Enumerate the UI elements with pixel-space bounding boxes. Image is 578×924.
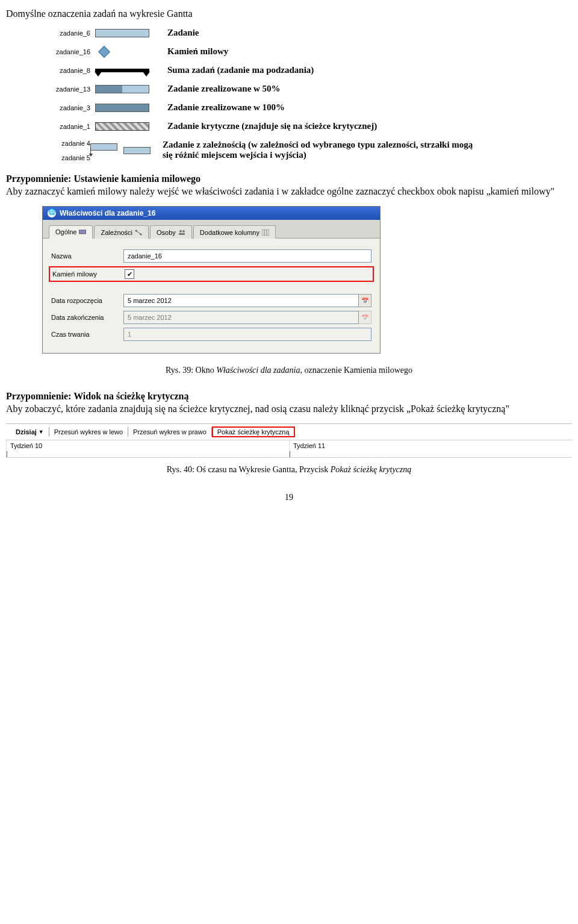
dependency-icon <box>90 140 151 154</box>
reminder-1-title: Przypomnienie: Ustawienie kamienia milow… <box>6 173 572 184</box>
legend-row-50pct: zadanie_13 Zadanie zrealizowane w 50% <box>30 84 572 94</box>
caption-suffix: , oznaczenie Kamienia milowego <box>300 366 412 375</box>
tab-label: Dodatkowe kolumny <box>200 229 259 236</box>
dropdown-icon: ▼ <box>39 429 44 435</box>
legend-desc: Kamień milowy <box>167 46 228 57</box>
legend-desc: Zadanie krytyczne (znajduje się na ścież… <box>167 121 377 131</box>
svg-rect-6 <box>179 233 185 235</box>
label-name: Nazwa <box>51 252 123 260</box>
svg-rect-7 <box>262 229 269 236</box>
caption-italic: Właściwości dla zadania <box>216 366 300 375</box>
today-label: Dzisiaj <box>16 428 37 435</box>
svg-rect-0 <box>79 230 86 234</box>
legend-desc: Zadanie z zależnością (w zależności od w… <box>163 140 476 160</box>
week-cell: Tydzień 11 <box>289 440 572 457</box>
row-milestone: Kamień milowy ✔ <box>49 266 374 282</box>
gantt-legend: zadanie_6 Zadanie zadanie_16 Kamień milo… <box>30 28 572 161</box>
svg-point-2 <box>135 229 137 231</box>
input-name[interactable]: zadanie_16 <box>123 249 371 263</box>
input-duration: 1 <box>123 328 371 341</box>
input-end-date: 5 marzec 2012 <box>123 311 359 324</box>
svg-point-5 <box>182 230 185 233</box>
people-icon <box>178 229 185 236</box>
input-start-date[interactable]: 5 marzec 2012 <box>123 294 359 307</box>
tab-people[interactable]: Osoby <box>150 225 192 239</box>
legend-row-100pct: zadanie_3 Zadanie zrealizowane w 100% <box>30 102 572 113</box>
label-milestone: Kamień milowy <box>52 270 125 278</box>
caption-italic: Pokaż ścieżkę krytyczną <box>331 465 412 474</box>
legend-label: zadanie 4 <box>30 140 95 147</box>
legend-row-summary: zadanie_8 Suma zadań (zadanie ma podzada… <box>30 65 572 75</box>
timeline-toolbar-screenshot: Dzisiaj ▼ Przesuń wykres w lewo Przesuń … <box>6 423 572 458</box>
general-icon <box>79 229 86 235</box>
svg-point-4 <box>179 230 182 233</box>
legend-label: zadanie_8 <box>30 67 95 74</box>
legend-label: zadanie 5 <box>30 154 95 161</box>
legend-desc: Zadanie zrealizowane w 100% <box>167 102 285 113</box>
shift-left-button[interactable]: Przesuń wykres w lewo <box>49 427 128 437</box>
timeline-header: Tydzień 10 Tydzień 11 <box>6 440 572 458</box>
timeline-toolbar: Dzisiaj ▼ Przesuń wykres w lewo Przesuń … <box>6 424 572 440</box>
reminder-1-text: Aby zaznaczyć kamień milowy należy wejść… <box>6 186 572 198</box>
legend-row-task: zadanie_6 Zadanie <box>30 28 572 38</box>
tab-columns[interactable]: Dodatkowe kolumny <box>193 225 276 239</box>
checkbox-milestone[interactable]: ✔ <box>125 269 134 279</box>
dialog-tabs: Ogólne Zależności Osoby Dodatkowe kolumn… <box>43 220 380 239</box>
label-end-date: Data zakończenia <box>51 314 123 321</box>
dialog-titlebar: Właściwości dla zadanie_16 <box>43 207 380 220</box>
today-button[interactable]: Dzisiaj ▼ <box>11 427 49 437</box>
legend-row-critical: zadanie_1 Zadanie krytyczne (znajduje si… <box>30 121 572 131</box>
dialog-body: Nazwa zadanie_16 Kamień milowy ✔ Data ro… <box>43 239 380 353</box>
tab-label: Ogólne <box>55 228 76 236</box>
milestone-icon <box>95 48 155 56</box>
label-duration: Czas trwania <box>51 331 123 338</box>
tab-dependencies[interactable]: Zależności <box>94 225 149 239</box>
page-number: 19 <box>6 493 572 502</box>
calendar-icon[interactable]: 📅 <box>359 294 371 307</box>
columns-icon <box>262 229 269 236</box>
legend-desc: Zadanie zrealizowane w 50% <box>167 84 281 94</box>
legend-desc: Zadanie <box>167 28 199 38</box>
half-bar-icon <box>95 85 155 93</box>
full-bar-icon <box>95 104 155 112</box>
row-end-date: Data zakończenia 5 marzec 2012 📅 <box>51 311 371 324</box>
figure-caption-40: Rys. 40: Oś czasu na Wykresie Gantta, Pr… <box>6 465 572 475</box>
label-start-date: Data rozpoczęcia <box>51 297 123 304</box>
shift-right-button[interactable]: Przesuń wykres w prawo <box>128 427 212 437</box>
tab-label: Osoby <box>157 229 176 236</box>
properties-dialog: Właściwości dla zadanie_16 Ogólne Zależn… <box>42 206 381 354</box>
reminder-2-text: Aby zobaczyć, które zadania znajdują się… <box>6 403 572 415</box>
trailing-toolbar <box>295 427 306 437</box>
page-heading: Domyślne oznaczenia zadań na wykresie Ga… <box>6 8 572 19</box>
links-icon <box>135 229 142 236</box>
app-icon <box>48 209 56 217</box>
row-start-date: Data rozpoczęcia 5 marzec 2012 📅 <box>51 294 371 307</box>
legend-row-dependency: zadanie 4 zadanie 5 Zadanie z zależności… <box>30 140 572 161</box>
row-name: Nazwa zadanie_16 <box>51 249 371 263</box>
show-critical-path-button[interactable]: Pokaż ścieżkę krytyczną <box>212 426 295 437</box>
summary-bar-icon <box>95 69 155 72</box>
figure-caption-39: Rys. 39: Okno Właściwości dla zadania, o… <box>6 366 572 375</box>
task-bar-icon <box>95 29 155 37</box>
row-duration: Czas trwania 1 <box>51 328 371 341</box>
tab-general[interactable]: Ogólne <box>49 225 93 239</box>
tab-label: Zależności <box>101 229 132 236</box>
caption-prefix: Rys. 40: Oś czasu na Wykresie Gantta, Pr… <box>167 465 331 474</box>
caption-prefix: Rys. 39: Okno <box>166 366 216 375</box>
week-cell: Tydzień 10 <box>6 440 289 457</box>
legend-label: zadanie_1 <box>30 123 95 130</box>
legend-desc: Suma zadań (zadanie ma podzadania) <box>167 65 314 75</box>
legend-label: zadanie_16 <box>30 48 95 55</box>
svg-point-3 <box>140 233 142 235</box>
dialog-title: Właściwości dla zadanie_16 <box>60 209 155 217</box>
critical-bar-icon <box>95 122 155 131</box>
legend-label: zadanie_6 <box>30 30 95 37</box>
legend-label: zadanie_13 <box>30 86 95 93</box>
legend-label: zadanie_3 <box>30 104 95 111</box>
reminder-2-title: Przypomnienie: Widok na ścieżkę krytyczn… <box>6 391 572 402</box>
calendar-icon: 📅 <box>359 311 371 324</box>
legend-row-milestone: zadanie_16 Kamień milowy <box>30 46 572 57</box>
